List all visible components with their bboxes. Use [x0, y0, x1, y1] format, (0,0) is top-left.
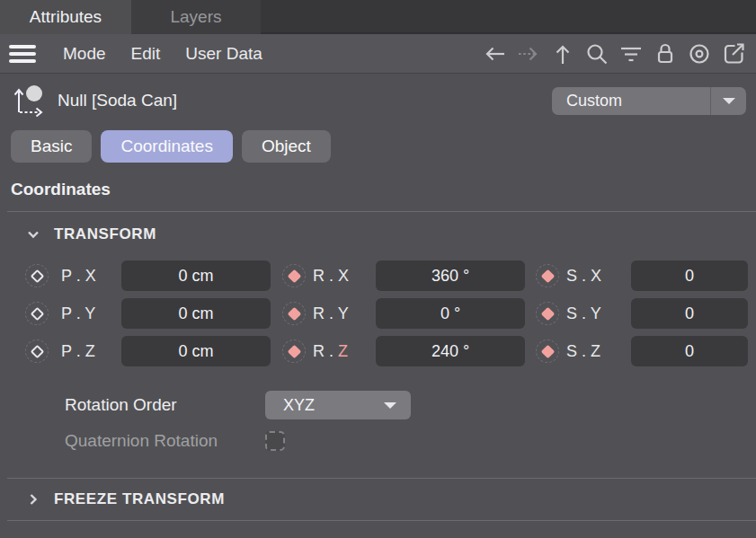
quaternion-rotation-checkbox[interactable]	[265, 431, 285, 451]
tab-layers[interactable]: Layers	[131, 0, 261, 34]
preset-dropdown[interactable]: Custom	[552, 87, 746, 115]
param-label-s-z: S . Z	[566, 342, 618, 361]
transform-section-header[interactable]: TRANSFORM	[0, 212, 756, 243]
value-field-s-x[interactable]: 0	[631, 260, 748, 291]
value-field-p-x[interactable]: 0 cm	[121, 260, 271, 291]
menu-bar: Mode Edit User Data	[0, 34, 756, 74]
value-field-p-z[interactable]: 0 cm	[121, 336, 271, 366]
quaternion-rotation-label: Quaternion Rotation	[65, 431, 265, 451]
transform-cell-r-x: R . X360 °	[282, 260, 525, 291]
tab-coordinates[interactable]: Coordinates	[101, 130, 232, 163]
freeze-transform-section-header[interactable]: FREEZE TRANSFORM	[0, 479, 756, 520]
param-label-p-z: P . Z	[61, 342, 113, 361]
keyframe-diamond-filled-icon	[287, 269, 301, 283]
transform-row: P . X0 cmR . X360 °S . X0	[25, 260, 756, 291]
keyframe-diamond-filled-icon	[540, 306, 555, 321]
forward-arrow-icon[interactable]	[511, 39, 546, 69]
lock-icon[interactable]	[648, 39, 682, 69]
menu-edit[interactable]: Edit	[119, 39, 173, 69]
quaternion-rotation-row: Quaternion Rotation	[65, 431, 756, 451]
rotation-order-row: Rotation Order XYZ	[65, 391, 756, 419]
keyframe-toggle-p-y[interactable]	[25, 302, 49, 325]
value-field-p-y[interactable]: 0 cm	[121, 298, 271, 329]
null-object-axis-icon	[11, 84, 47, 117]
transform-cell-s-z: S . Z0	[536, 336, 748, 366]
value-field-r-y[interactable]: 0 °	[376, 298, 525, 329]
value-field-s-z[interactable]: 0	[631, 336, 748, 366]
value-field-r-z[interactable]: 240 °	[376, 336, 525, 366]
keyframe-toggle-r-z[interactable]	[282, 340, 306, 363]
hamburger-menu-icon[interactable]	[9, 42, 40, 66]
keyframe-toggle-r-y[interactable]	[282, 302, 306, 325]
transform-cell-p-z: P . Z0 cm	[25, 336, 271, 366]
keyframe-toggle-s-x[interactable]	[536, 264, 559, 287]
param-label-p-x: P . X	[61, 267, 113, 286]
keyframe-toggle-p-x[interactable]	[25, 264, 49, 287]
keyframe-toggle-s-y[interactable]	[536, 302, 559, 325]
transform-cell-r-z: R . Z240 °	[282, 336, 525, 366]
attribute-manager-panel: Attributes Layers Mode Edit User Data	[0, 0, 756, 538]
keyframe-diamond-filled-icon	[287, 344, 301, 358]
param-label-p-y: P . Y	[61, 304, 113, 323]
rotation-order-label: Rotation Order	[65, 395, 265, 415]
keyframe-toggle-r-x[interactable]	[282, 264, 306, 287]
keyframe-diamond-filled-icon	[540, 344, 555, 358]
page-title: Coordinates	[11, 180, 756, 199]
transform-row: P . Y0 cmR . Y0 °S . Y0	[25, 298, 756, 329]
transform-grid: P . X0 cmR . X360 °S . X0P . Y0 cmR . Y0…	[0, 260, 756, 366]
transform-cell-s-x: S . X0	[536, 260, 748, 291]
rotation-order-value: XYZ	[265, 396, 384, 415]
param-label-r-y: R . Y	[313, 304, 365, 323]
chevron-down-icon	[384, 402, 396, 409]
param-label-r-x: R . X	[313, 267, 365, 286]
preset-dropdown-value: Custom	[552, 92, 710, 110]
transform-cell-s-y: S . Y0	[536, 298, 748, 329]
transform-cell-r-y: R . Y0 °	[282, 298, 525, 329]
filter-icon[interactable]	[614, 39, 648, 69]
search-icon[interactable]	[580, 39, 614, 69]
menu-user-data[interactable]: User Data	[173, 39, 275, 69]
tab-basic[interactable]: Basic	[11, 130, 92, 163]
chevron-down-icon[interactable]	[711, 98, 746, 104]
chevron-down-icon	[25, 226, 41, 243]
keyframe-toggle-s-z[interactable]	[536, 340, 559, 363]
keyframe-diamond-filled-icon	[287, 306, 301, 321]
object-title: Null [Soda Can]	[58, 91, 177, 110]
panel-tab-bar: Attributes Layers	[0, 0, 756, 34]
value-field-s-y[interactable]: 0	[631, 298, 748, 329]
tab-attributes[interactable]: Attributes	[0, 0, 131, 34]
chevron-right-icon	[25, 491, 41, 507]
param-label-s-y: S . Y	[566, 304, 618, 323]
value-field-r-x[interactable]: 360 °	[376, 260, 525, 291]
menu-mode[interactable]: Mode	[50, 39, 119, 69]
transform-section-title: TRANSFORM	[54, 225, 156, 243]
up-arrow-icon[interactable]	[546, 39, 580, 69]
keyframe-diamond-filled-icon	[540, 269, 555, 283]
transform-cell-p-y: P . Y0 cm	[25, 298, 271, 329]
tab-object[interactable]: Object	[242, 130, 331, 163]
keyframe-diamond-hollow-icon	[30, 306, 44, 321]
keyframe-toggle-p-z[interactable]	[25, 340, 49, 363]
param-label-s-x: S . X	[566, 267, 618, 286]
keyframe-diamond-hollow-icon	[30, 269, 44, 283]
object-header: Null [Soda Can] Custom	[0, 77, 756, 124]
section-tabs: Basic Coordinates Object	[0, 130, 756, 163]
keyframe-diamond-hollow-icon	[30, 344, 44, 358]
rotation-order-dropdown[interactable]: XYZ	[265, 391, 411, 419]
external-link-icon[interactable]	[716, 39, 751, 69]
back-arrow-icon[interactable]	[477, 39, 511, 69]
panel-tab-bar-rest: Layers	[131, 0, 756, 34]
transform-cell-p-x: P . X0 cm	[25, 260, 271, 291]
divider	[7, 520, 756, 521]
param-label-r-z: R . Z	[313, 342, 365, 361]
target-icon[interactable]	[682, 39, 716, 69]
freeze-transform-section-title: FREEZE TRANSFORM	[54, 490, 225, 508]
transform-row: P . Z0 cmR . Z240 °S . Z0	[25, 336, 756, 366]
